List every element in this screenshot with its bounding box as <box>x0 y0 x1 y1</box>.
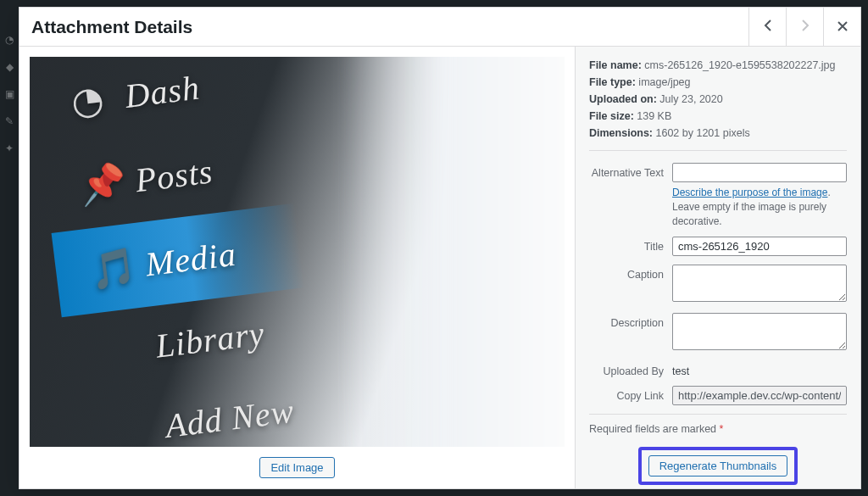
dimensions-value: 1602 by 1201 pixels <box>656 127 750 139</box>
modal-header: Attachment Details <box>19 8 860 47</box>
wp-admin-sidebar: ◔ ◆ ▣ ✎ ✦ <box>0 0 19 496</box>
file-type-value: image/jpeg <box>638 76 690 88</box>
copy-link-input[interactable] <box>672 386 847 405</box>
description-textarea[interactable] <box>672 313 847 350</box>
pin-icon: ◆ <box>6 61 14 73</box>
chevron-left-icon <box>764 18 772 36</box>
dimensions-label: Dimensions: <box>589 127 653 139</box>
uploaded-on-value: July 23, 2020 <box>659 93 722 105</box>
regenerate-highlight: Regenerate Thumbnails <box>638 447 798 485</box>
caption-textarea[interactable] <box>672 265 847 302</box>
attachment-details-modal: Attachment Details ◔Dash 📌Posts 🎵Media L… <box>19 7 861 489</box>
alt-text-hint-link[interactable]: Describe the purpose of the image <box>672 187 827 198</box>
alt-text-input[interactable] <box>672 163 847 182</box>
chevron-right-icon <box>801 18 810 36</box>
close-button[interactable] <box>823 8 860 47</box>
file-name-label: File name: <box>589 59 642 71</box>
sim-dashboard-label: Dash <box>123 67 203 115</box>
sim-addnew-label: Add New <box>163 391 296 446</box>
gauge-icon: ◔ <box>5 34 14 46</box>
required-note-text: Required fields are marked <box>589 423 720 435</box>
wrench-icon: ✦ <box>5 142 14 154</box>
alt-text-hint: Describe the purpose of the image. Leave… <box>672 186 847 228</box>
file-size-label: File size: <box>589 110 634 122</box>
uploaded-by-value: test <box>672 361 847 377</box>
comments-icon: ✎ <box>5 115 14 127</box>
modal-body: ◔Dash 📌Posts 🎵Media Library Add New Edit… <box>19 47 860 488</box>
required-note-asterisk: * <box>720 423 724 435</box>
edit-image-button[interactable]: Edit Image <box>259 457 334 478</box>
title-label: Title <box>589 237 672 253</box>
next-button[interactable] <box>786 8 823 47</box>
file-type-label: File type: <box>589 76 636 88</box>
copy-link-label: Copy Link <box>589 386 672 402</box>
media-icon: ▣ <box>5 88 14 100</box>
close-icon <box>837 18 848 36</box>
alt-text-label: Alternative Text <box>589 163 672 179</box>
required-fields-note: Required fields are marked * <box>589 414 847 435</box>
caption-label: Caption <box>589 265 672 281</box>
sim-posts-label: Posts <box>133 151 215 200</box>
description-label: Description <box>589 313 672 329</box>
sim-library-label: Library <box>153 313 267 365</box>
file-size-value: 139 KB <box>637 110 671 122</box>
attachment-image: ◔Dash 📌Posts 🎵Media Library Add New <box>30 57 565 447</box>
title-input[interactable] <box>672 237 847 256</box>
regenerate-thumbnails-button[interactable]: Regenerate Thumbnails <box>648 455 788 476</box>
uploaded-by-label: Uploaded By <box>589 361 672 377</box>
file-name-value: cms-265126_1920-e1595538202227.jpg <box>644 59 835 71</box>
modal-title: Attachment Details <box>31 17 192 37</box>
prev-button[interactable] <box>748 8 786 47</box>
details-panel: File name: cms-265126_1920-e159553820222… <box>576 47 860 488</box>
sim-media-label: Media <box>143 233 238 284</box>
file-meta: File name: cms-265126_1920-e159553820222… <box>589 57 847 151</box>
uploaded-on-label: Uploaded on: <box>589 93 657 105</box>
modal-nav-buttons <box>748 8 860 47</box>
media-preview-panel: ◔Dash 📌Posts 🎵Media Library Add New Edit… <box>19 47 576 488</box>
